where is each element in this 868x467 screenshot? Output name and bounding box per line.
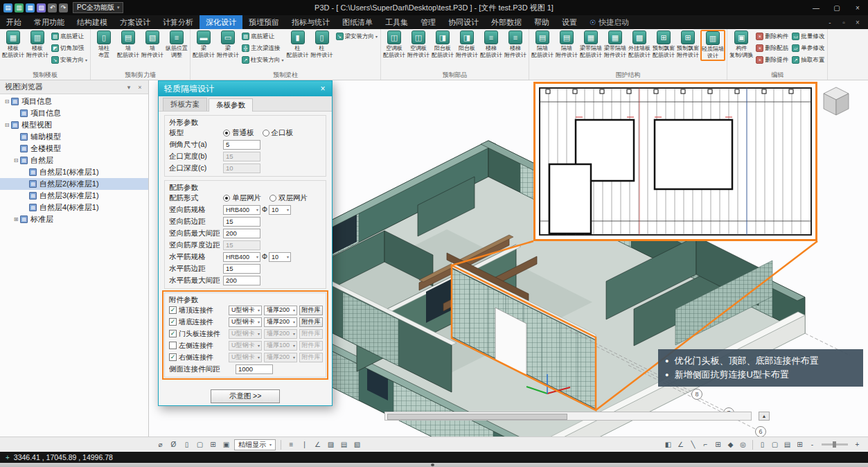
wall-thickness-combo[interactable]: 墙厚200▾ (264, 306, 297, 315)
tree-item[interactable]: ▤辅助模型 (0, 131, 148, 143)
level-icon[interactable]: ⌐ (700, 439, 711, 450)
beam-install-direction-button[interactable]: ↘梁安装方向▾ (335, 30, 380, 42)
wireframe-mode-icon[interactable]: ∠ (675, 439, 686, 450)
dialog-tab-拆板方案[interactable]: 拆板方案 (163, 98, 207, 111)
version-dropdown[interactable]: PC全功能版 ▾ (73, 2, 123, 13)
checkbox-icon[interactable]: ✓ (169, 306, 177, 314)
attachment-library-button[interactable]: 附件库 (299, 317, 323, 327)
checkbox-icon[interactable]: ✓ (169, 353, 177, 361)
field-input[interactable]: 15 (223, 217, 260, 227)
dialog-tab-条板参数[interactable]: 条板参数 (209, 98, 253, 112)
image-icon[interactable]: ▣ (221, 439, 231, 450)
grid-view-icon[interactable]: ⊞ (713, 439, 723, 450)
tree-item[interactable]: ⊟▤模型视图 (0, 119, 148, 131)
checkbox-icon[interactable]: ✓ (169, 318, 177, 326)
beam-rebar-design-button[interactable]: ▬梁配筋设计 (192, 30, 215, 60)
beam-partition-rebar-button[interactable]: ▦梁带隔墙配筋设计 (579, 30, 603, 60)
tab-深化设计[interactable]: 深化设计 (200, 15, 242, 29)
install-direction-button[interactable]: ↘安装方向▾ (50, 54, 89, 66)
quick-launch-button[interactable]: ☉ 快捷启动 (583, 15, 635, 29)
section-box-icon[interactable]: ▯ (181, 439, 192, 450)
tab-图纸清单[interactable]: 图纸清单 (336, 15, 379, 29)
tree-item[interactable]: ⊟▤项目信息 (0, 96, 148, 107)
balcony-rebar-button[interactable]: ◨阳台板配筋设计 (431, 30, 454, 60)
undo-icon[interactable]: ↶ (48, 3, 57, 12)
background-icon[interactable]: ▢ (195, 439, 205, 450)
grid-layout-icon[interactable]: ⊞ (795, 439, 805, 450)
tree-item[interactable]: ▤全楼模型 (0, 143, 148, 155)
beam-joint-button[interactable]: ╬主次梁连接 (240, 42, 285, 54)
column-rebar-design-button[interactable]: ▮柱配筋设计 (286, 30, 310, 60)
tab-管理[interactable]: 管理 (414, 15, 442, 29)
new-file-icon[interactable]: ▤ (3, 3, 12, 12)
tree-item[interactable]: ▤自然层1(标准层1) (0, 166, 148, 178)
mdi-close-button[interactable]: × (851, 17, 864, 28)
slab-attachment-design-button[interactable]: ▥楼板附件设计 (26, 30, 49, 60)
tab-常用功能[interactable]: 常用功能 (28, 15, 71, 29)
grid-icon[interactable]: ⊞ (208, 439, 218, 450)
wall-attachment-design-button[interactable]: ▧墙附件设计 (141, 30, 164, 60)
radio-option[interactable]: 双层网片 (269, 193, 308, 203)
column-install-direction-button[interactable]: ↗柱安装方向▾ (240, 54, 285, 66)
grade-combo[interactable]: HRB400▾ (223, 205, 260, 215)
ac-panel-rebar-button[interactable]: ◫空调板配筋设计 (382, 30, 406, 60)
radio-option[interactable]: 单层网片 (223, 193, 261, 203)
cladding-panel-rebar-button[interactable]: ▩外挂墙板配筋设计 (628, 30, 651, 60)
wall-column-layout-button[interactable]: ▯墙柱布置 (92, 30, 116, 60)
checkbox-icon[interactable]: ✓ (169, 330, 177, 337)
delete-component-button[interactable]: ×删除构件 (754, 30, 790, 42)
dialog-titlebar[interactable]: 轻质隔墙设计 × (159, 81, 332, 96)
field-input[interactable]: 200 (223, 229, 260, 238)
bottom-bar-avoid-button[interactable]: ▨底筋避让 (240, 30, 285, 42)
horizontal-scrollbar[interactable]: ▲ (384, 412, 770, 421)
field-input[interactable]: 200 (223, 276, 260, 285)
partition-rebar-button[interactable]: ▤隔墙配筋设计 (531, 30, 554, 60)
component-copy-swap-button[interactable]: ▣构件复制/调换 (729, 30, 754, 60)
zoom-in-button[interactable]: + (852, 439, 862, 450)
measure-icon[interactable]: ∠ (312, 439, 323, 450)
column-attachment-design-button[interactable]: ▯柱附件设计 (310, 30, 334, 60)
stair-attachment-button[interactable]: ≡楼梯附件设计 (504, 30, 527, 60)
grade-combo[interactable]: HRB400▾ (223, 252, 260, 262)
tab-协同设计[interactable]: 协同设计 (442, 15, 485, 29)
shading-mode-icon[interactable]: ◧ (663, 439, 673, 450)
balcony-attachment-button[interactable]: ◨阳台板附件设计 (455, 30, 479, 60)
bay-window-rebar-button[interactable]: ⊞预制飘窗配筋设计 (652, 30, 675, 60)
window-layout-icon[interactable]: ▢ (770, 439, 780, 450)
tree-item[interactable]: ⊟▤自然层 (0, 155, 148, 166)
wall-rebar-design-button[interactable]: ▤墙配筋设计 (116, 30, 140, 60)
bottom-bar-avoid-button[interactable]: ▨底筋避让 (50, 30, 89, 42)
tab-方案设计[interactable]: 方案设计 (114, 15, 157, 29)
tab-帮助[interactable]: 帮助 (528, 15, 556, 29)
single-display-icon[interactable]: | (299, 439, 310, 450)
mdi-minimize-button[interactable]: - (824, 17, 836, 28)
minimize-button[interactable]: — (806, 0, 826, 15)
scrollbar-track[interactable] (384, 412, 752, 421)
zoom-slider[interactable] (822, 443, 848, 446)
selection-filter-icon[interactable]: ⌀ (155, 439, 166, 450)
slab-rebar-design-button[interactable]: ▦楼板配筋设计 (1, 30, 25, 60)
lightweight-partition-design-button[interactable]: ▥轻质隔墙设计 (700, 30, 725, 61)
maximize-button[interactable]: ▢ (826, 0, 847, 15)
list-layout-icon[interactable]: ▤ (782, 439, 792, 450)
tab-指标与统计[interactable]: 指标与统计 (285, 15, 336, 29)
list-display-icon[interactable]: ≡ (286, 439, 296, 450)
capture-icon[interactable]: ▤ (339, 439, 349, 450)
tab-开始[interactable]: 开始 (0, 15, 28, 29)
radio-option[interactable]: 企口板 (263, 128, 294, 138)
print-icon[interactable]: ▧ (37, 3, 46, 12)
tab-计算分析[interactable]: 计算分析 (157, 15, 200, 29)
corner-strengthen-button[interactable]: ◩切角加强 (50, 42, 89, 54)
page-layout-icon[interactable]: ▯ (757, 439, 768, 450)
wall-thickness-combo[interactable]: 墙厚200▾ (264, 317, 297, 327)
beam-attachment-design-button[interactable]: ▭梁附件设计 (216, 30, 240, 60)
tab-预埋预留[interactable]: 预埋预留 (242, 15, 285, 29)
tree-expander-icon[interactable]: ⊞ (12, 216, 20, 222)
panel-close-icon[interactable]: × (134, 84, 145, 91)
beam-partition-attachment-button[interactable]: ▦梁带隔墙附件设计 (603, 30, 627, 60)
rebar-position-adjust-button[interactable]: ≡纵筋位置调整 (165, 30, 188, 60)
dialog-close-icon[interactable]: × (314, 81, 332, 96)
redo-icon[interactable]: ↷ (59, 3, 68, 12)
batch-modify-button[interactable]: ▭批量修改 (790, 30, 826, 42)
connector-type-combo[interactable]: U型钢卡▾ (229, 306, 262, 315)
